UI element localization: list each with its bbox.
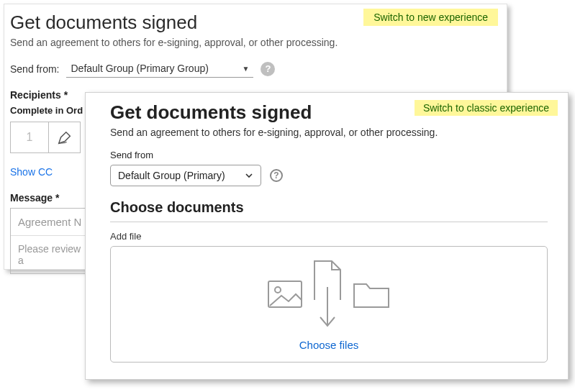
new-send-from-label: Send from: [110, 150, 548, 160]
new-subtitle: Send an agreement to others for e-signin…: [110, 127, 548, 138]
sign-role-button[interactable]: [49, 122, 81, 153]
folder-icon: [352, 279, 391, 309]
message-body-input[interactable]: Please review a: [11, 236, 96, 273]
new-send-from-row: Default Group (Primary) ?: [110, 165, 548, 186]
classic-send-from-row: Send from: Default Group (Primary Group)…: [10, 60, 495, 78]
file-drop-zone[interactable]: Choose files: [110, 246, 548, 363]
chevron-down-icon: [245, 171, 253, 180]
classic-subtitle: Send an agreement to others for e-signin…: [10, 37, 495, 48]
new-send-from-value: Default Group (Primary): [118, 170, 225, 181]
chevron-down-icon: ▼: [243, 65, 250, 73]
recipient-order-number[interactable]: 1: [10, 122, 49, 153]
document-download-icon: [312, 258, 343, 330]
help-icon[interactable]: ?: [261, 62, 275, 76]
message-box: Agreement N Please review a: [10, 208, 96, 274]
show-cc-link[interactable]: Show CC: [10, 166, 53, 178]
switch-to-new-link[interactable]: Switch to new experience: [363, 9, 498, 26]
classic-send-from-label: Send from:: [10, 63, 59, 75]
choose-files-link[interactable]: Choose files: [299, 339, 359, 351]
image-icon: [267, 280, 303, 309]
new-send-from-select[interactable]: Default Group (Primary): [110, 165, 261, 186]
add-file-label: Add file: [110, 231, 548, 242]
svg-point-1: [275, 287, 281, 293]
help-icon[interactable]: ?: [270, 169, 283, 182]
agreement-name-input[interactable]: Agreement N: [11, 209, 96, 236]
drop-zone-icons: [267, 258, 391, 330]
switch-to-classic-link[interactable]: Switch to classic experience: [415, 100, 558, 116]
fountain-pen-icon: [57, 129, 73, 145]
classic-send-from-value: Default Group (Primary Group): [71, 63, 208, 74]
classic-send-from-select[interactable]: Default Group (Primary Group) ▼: [66, 60, 253, 78]
new-send-panel: Switch to classic experience Get documen…: [85, 92, 569, 380]
choose-documents-heading: Choose documents: [110, 199, 548, 222]
